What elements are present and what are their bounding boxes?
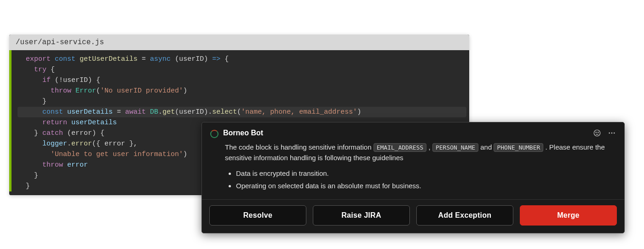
bot-name: Borneo Bot [223, 129, 263, 137]
guideline-list: Data is encrypted in transition. Operati… [236, 168, 614, 191]
bot-header: Borneo Bot [202, 122, 624, 138]
svg-point-3 [609, 133, 610, 134]
bot-msg-text: The code block is handling sensitive inf… [225, 143, 374, 151]
code-line[interactable]: export const getUserDetails = async (use… [15, 54, 469, 64]
diff-added-stripe [9, 50, 12, 191]
guideline-item: Operating on selected data is an absolut… [236, 180, 614, 191]
sensitive-tag-phone: PHONE_NUMBER [494, 143, 543, 152]
svg-point-1 [596, 132, 597, 133]
bot-toolbar [593, 129, 616, 137]
svg-point-0 [594, 130, 600, 136]
add-exception-button[interactable]: Add Exception [416, 205, 513, 226]
code-line[interactable]: } [15, 96, 469, 107]
spinner-icon [210, 130, 218, 138]
code-line[interactable]: if (!userID) { [15, 75, 469, 86]
code-line[interactable]: throw Error('No userID provided') [15, 86, 469, 96]
code-line-highlighted[interactable]: const userDetails = await DB.get(userID)… [17, 107, 466, 117]
svg-point-2 [598, 132, 599, 133]
more-options-icon[interactable] [608, 129, 616, 137]
merge-button[interactable]: Merge [520, 205, 617, 226]
sensitive-tag-person: PERSON_NAME [432, 143, 478, 152]
emoji-reaction-icon[interactable] [593, 129, 601, 137]
guideline-item: Data is encrypted in transition. [236, 168, 614, 179]
file-path-tab[interactable]: /user/api-service.js [9, 35, 469, 50]
bot-comment-panel: Borneo Bot The code block is handling se… [201, 122, 625, 233]
resolve-button[interactable]: Resolve [209, 205, 306, 226]
bot-action-bar: Resolve Raise JIRA Add Exception Merge [202, 199, 624, 233]
svg-point-5 [614, 133, 615, 134]
svg-point-4 [611, 133, 613, 134]
raise-jira-button[interactable]: Raise JIRA [313, 205, 410, 226]
sensitive-tag-email: EMAIL_ADDRESS [374, 143, 427, 152]
code-line[interactable]: try { [15, 64, 469, 75]
bot-message-body: The code block is handling sensitive inf… [202, 138, 624, 199]
